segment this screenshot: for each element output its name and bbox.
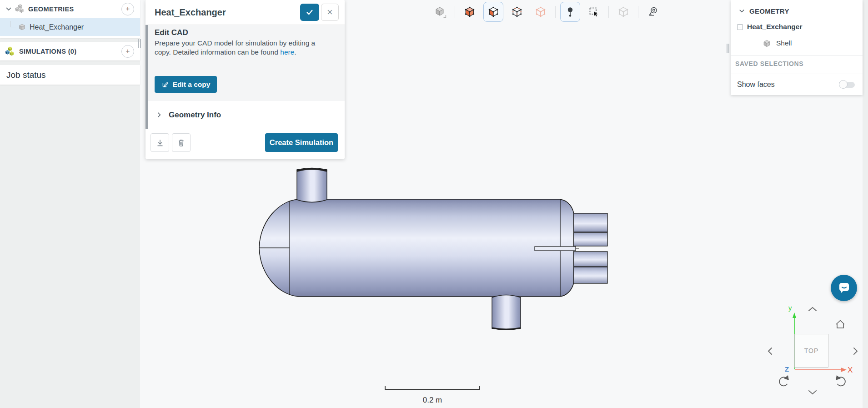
close-button[interactable]: × <box>321 4 339 21</box>
box-select-icon <box>588 6 600 18</box>
root-item-label: Heat_Exchanger <box>747 23 802 31</box>
job-status-card[interactable]: Job status <box>0 65 140 85</box>
right-nozzle-1 <box>574 213 607 232</box>
chat-bubble-icon <box>836 280 852 296</box>
chevron-down-icon[interactable] <box>5 5 13 13</box>
select-faces-icon <box>487 6 499 18</box>
edit-cad-heading: Edit CAD <box>155 28 188 37</box>
pick-point-button[interactable] <box>560 2 580 22</box>
shell-body <box>259 199 574 297</box>
select-edges-icon <box>511 6 523 18</box>
heat-exchanger-label: Heat_Exchanger <box>30 23 84 31</box>
transform-icon <box>617 6 629 18</box>
simulations-card: SIMULATIONS (0) + <box>0 42 140 60</box>
geometries-cubes-icon <box>15 4 25 15</box>
sidebar-item-heat-exchanger[interactable]: Heat_Exchanger <box>0 18 140 36</box>
geometry-cube-icon <box>18 23 26 31</box>
right-nozzle-3 <box>574 252 607 267</box>
delete-button[interactable] <box>172 133 191 152</box>
create-simulation-button[interactable]: Create Simulation <box>265 133 338 152</box>
select-vertices-icon <box>535 6 547 18</box>
toolbar-separator <box>638 6 638 18</box>
application-window: GEOMETRIES + Heat_Exchanger SIMULATIONS … <box>0 0 868 408</box>
create-simulation-label: Create Simulation <box>270 138 333 147</box>
select-volumes-button[interactable] <box>460 2 480 22</box>
add-geometry-button[interactable]: + <box>121 3 134 15</box>
edit-pencil-icon <box>161 81 169 88</box>
panel-footer: Create Simulation <box>146 129 345 159</box>
show-faces-toggle[interactable] <box>839 80 855 89</box>
collapse-icon[interactable]: − <box>737 24 743 30</box>
geometry-detail-panel: Heat_Exchanger × Edit CAD Prepare your C… <box>146 0 345 159</box>
geometry-info-row[interactable]: Geometry Info <box>148 101 345 129</box>
x-axis-label: X <box>848 366 853 375</box>
toolbar-separator <box>608 6 609 18</box>
toggle-knob <box>839 80 848 89</box>
panel-header: Heat_Exchanger × <box>146 0 345 25</box>
sidebar-item-geometries[interactable]: GEOMETRIES + <box>0 0 140 18</box>
shell-item-label: Shell <box>776 39 792 47</box>
y-axis-label: y <box>788 304 792 312</box>
geometries-label: GEOMETRIES <box>28 5 121 13</box>
edit-a-copy-button[interactable]: Edit a copy <box>155 76 217 93</box>
home-view-icon[interactable] <box>836 321 844 328</box>
bottom-nozzle <box>492 295 521 330</box>
download-icon <box>155 138 165 148</box>
top-face-label: TOP <box>804 347 819 354</box>
show-faces-label: Show faces <box>737 81 839 89</box>
select-volumes-icon <box>464 6 476 18</box>
project-tree-sidebar: GEOMETRIES + Heat_Exchanger SIMULATIONS … <box>0 0 140 408</box>
top-nozzle <box>297 168 327 202</box>
select-vertices-button[interactable] <box>531 2 551 22</box>
rotate-right-chevron[interactable] <box>854 348 857 354</box>
baffle-slot <box>535 247 576 251</box>
chevron-right-icon <box>156 111 163 119</box>
divider <box>731 55 863 55</box>
edit-cad-description-line2: copy. Detailed information can be found … <box>155 48 296 56</box>
rotate-up-chevron[interactable] <box>809 307 816 311</box>
geometry-scene-panel: GEOMETRY − Heat_Exchanger Shell SAVED SE… <box>731 0 863 95</box>
simulations-icon <box>5 46 15 57</box>
heat-exchanger-3d-model[interactable] <box>252 161 616 334</box>
view-cube-icon <box>434 6 447 18</box>
pick-point-icon <box>564 6 576 18</box>
box-select-button[interactable] <box>584 2 604 22</box>
show-faces-row: Show faces <box>731 74 863 95</box>
select-faces-button[interactable] <box>483 2 503 22</box>
add-simulation-button[interactable]: + <box>121 45 134 58</box>
confirm-button[interactable] <box>300 4 319 21</box>
saved-selections-header: SAVED SELECTIONS <box>735 60 803 67</box>
transform-button[interactable] <box>613 2 633 22</box>
check-icon <box>305 8 314 17</box>
edit-cad-description-line1: Prepare your CAD model for simulation by… <box>155 39 315 47</box>
trash-icon <box>176 138 186 147</box>
tree-connector <box>10 21 16 27</box>
tree-item-heat-exchanger[interactable]: − Heat_Exchanger <box>731 20 863 34</box>
download-button[interactable] <box>151 133 169 152</box>
sidebar-item-simulations[interactable]: SIMULATIONS (0) + <box>0 42 140 60</box>
sidebar-resize-handle[interactable] <box>138 39 142 48</box>
simulations-label: SIMULATIONS (0) <box>19 48 121 55</box>
shell-cube-icon <box>763 39 771 48</box>
rotate-left-chevron[interactable] <box>768 348 772 354</box>
tree-item-shell[interactable]: Shell <box>731 35 863 51</box>
select-edges-button[interactable] <box>507 2 527 22</box>
edit-a-copy-label: Edit a copy <box>173 81 211 89</box>
right-nozzle-4 <box>574 267 607 283</box>
here-link[interactable]: here <box>280 48 294 56</box>
toolbar-separator <box>455 6 455 18</box>
viewer-toolbar <box>430 2 663 22</box>
view-cube-face-top[interactable]: TOP <box>794 334 828 368</box>
geometry-header-label: GEOMETRY <box>749 7 789 15</box>
chevron-down-icon[interactable] <box>738 7 746 15</box>
right-panel-resize-handle[interactable] <box>727 44 731 53</box>
rotate-down-chevron[interactable] <box>809 391 816 394</box>
measure-button[interactable] <box>643 2 663 22</box>
geometry-tree-header[interactable]: GEOMETRY <box>731 4 863 18</box>
scale-bar <box>385 386 480 390</box>
scale-bar-label: 0.2 m <box>385 396 480 405</box>
support-chat-button[interactable] <box>831 275 857 301</box>
view-cube-button[interactable] <box>430 2 450 22</box>
measure-icon <box>647 6 659 18</box>
right-nozzle-2 <box>574 232 607 246</box>
